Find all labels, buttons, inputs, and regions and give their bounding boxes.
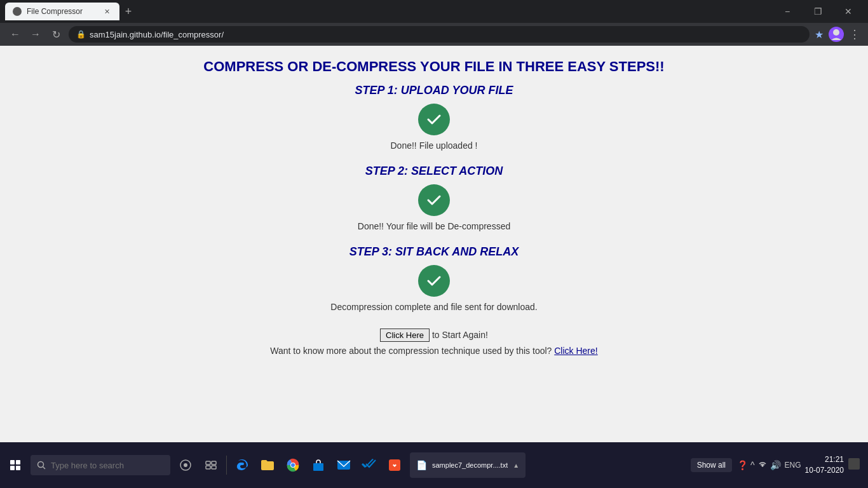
tab-favicon xyxy=(13,7,22,16)
show-all-button[interactable]: Show all xyxy=(691,458,732,472)
step2-checkmark xyxy=(418,184,450,216)
info-link[interactable]: Click Here! xyxy=(554,346,597,356)
bottom-actions: Click Here to Start Again! Want to know … xyxy=(270,329,597,356)
chevron-up-icon[interactable]: ^ xyxy=(750,460,755,470)
start-again-text: to Start Again! xyxy=(430,330,488,340)
info-text: Want to know more about the compression … xyxy=(270,346,552,356)
taskbar-divider xyxy=(226,456,227,475)
git-icon[interactable] xyxy=(382,452,407,478)
info-row: Want to know more about the compression … xyxy=(270,346,597,356)
close-button[interactable]: ✕ xyxy=(834,0,863,23)
search-input[interactable] xyxy=(51,461,159,470)
lock-icon: 🔒 xyxy=(76,30,86,39)
click-here-button[interactable]: Click Here xyxy=(380,329,430,342)
start-again-row: Click Here to Start Again! xyxy=(270,329,597,342)
search-icon xyxy=(37,461,46,470)
reload-button[interactable]: ↻ xyxy=(48,27,64,42)
address-input[interactable]: 🔒 sam15jain.github.io/file_compressor/ xyxy=(69,26,810,43)
taskbar-search[interactable] xyxy=(31,455,170,475)
step1-checkmark xyxy=(418,104,450,135)
mail-icon[interactable] xyxy=(331,452,356,478)
back-button[interactable]: ← xyxy=(8,27,23,42)
main-content: COMPRESS OR DE-COMPRESS YOUR FILE IN THR… xyxy=(0,46,868,442)
volume-icon[interactable]: 🔊 xyxy=(770,460,781,470)
start-button[interactable] xyxy=(3,452,28,478)
step3-checkmark xyxy=(418,265,450,297)
svg-rect-8 xyxy=(212,466,216,469)
tab-bar: File Compressor ✕ + xyxy=(5,0,137,23)
svg-point-11 xyxy=(291,463,295,467)
page-title: COMPRESS OR DE-COMPRESS YOUR FILE IN THR… xyxy=(203,58,664,75)
menu-icon[interactable]: ⋮ xyxy=(849,27,860,41)
svg-rect-5 xyxy=(206,461,210,464)
svg-point-1 xyxy=(38,462,44,468)
maximize-button[interactable]: ❐ xyxy=(803,0,832,23)
step2-title: STEP 2: SELECT ACTION xyxy=(365,165,503,178)
edge-icon[interactable] xyxy=(229,452,255,478)
address-bar: ← → ↻ 🔒 sam15jain.github.io/file_compres… xyxy=(0,23,868,46)
profile-icon[interactable] xyxy=(829,27,844,42)
download-chevron-icon: ▲ xyxy=(513,462,519,469)
language-indicator: ENG xyxy=(785,461,801,470)
svg-line-2 xyxy=(43,467,46,470)
step1-title: STEP 1: UPLOAD YOUR FILE xyxy=(355,84,513,97)
time-display: 21:21 xyxy=(805,454,844,465)
step3-message: Decompression complete and file sent for… xyxy=(330,302,537,312)
system-tray: ❓ ^ 🔊 ENG 21:21 10-07-2020 xyxy=(737,454,860,476)
store-icon[interactable] xyxy=(306,452,331,478)
date-display: 10-07-2020 xyxy=(805,465,844,476)
url-text: sam15jain.github.io/file_compressor/ xyxy=(90,30,224,39)
step1-section: STEP 1: UPLOAD YOUR FILE Done!! File upl… xyxy=(13,84,855,161)
wifi-icon[interactable] xyxy=(757,459,768,471)
step2-section: STEP 2: SELECT ACTION Done!! Your file w… xyxy=(13,165,855,241)
cortana-icon[interactable] xyxy=(173,452,198,478)
taskbar: 📄 samplec7_decompr....txt ▲ Show all ❓ ^… xyxy=(0,442,868,488)
tray-icons: ❓ ^ 🔊 xyxy=(737,459,781,471)
bookmark-icon[interactable]: ★ xyxy=(815,29,824,41)
windows-icon xyxy=(10,460,20,470)
svg-point-4 xyxy=(184,463,187,467)
download-filename: samplec7_decompr....txt xyxy=(432,461,508,469)
download-item[interactable]: 📄 samplec7_decompr....txt ▲ xyxy=(410,452,526,478)
chrome-icon[interactable] xyxy=(280,452,306,478)
file-explorer-icon[interactable] xyxy=(255,452,280,478)
task-view-icon[interactable] xyxy=(198,452,224,478)
taskbar-right: Show all ❓ ^ 🔊 ENG 21:21 10-07-2020 xyxy=(691,454,865,476)
browser-titlebar: File Compressor ✕ + − ❐ ✕ xyxy=(0,0,868,23)
window-controls: − ❐ ✕ xyxy=(773,0,863,23)
minimize-button[interactable]: − xyxy=(773,0,802,23)
tab-title: File Compressor xyxy=(27,7,97,16)
step2-message: Done!! Your file will be De-compressed xyxy=(358,221,510,231)
forward-button[interactable]: → xyxy=(28,27,43,42)
new-tab-button[interactable]: + xyxy=(119,3,137,20)
notification-icon[interactable] xyxy=(848,458,860,473)
step3-section: STEP 3: SIT BACK AND RELAX Decompression… xyxy=(13,245,855,322)
tab-close-button[interactable]: ✕ xyxy=(102,6,112,17)
vscode-icon[interactable] xyxy=(356,452,382,478)
step3-title: STEP 3: SIT BACK AND RELAX xyxy=(349,245,519,259)
step1-message: Done!! File uploaded ! xyxy=(391,140,478,151)
svg-point-0 xyxy=(833,29,839,36)
help-tray-icon[interactable]: ❓ xyxy=(737,460,748,470)
download-file-icon: 📄 xyxy=(416,460,427,470)
svg-rect-15 xyxy=(848,458,860,470)
svg-rect-12 xyxy=(313,463,323,471)
svg-rect-6 xyxy=(212,461,216,464)
clock: 21:21 10-07-2020 xyxy=(805,454,844,476)
active-tab[interactable]: File Compressor ✕ xyxy=(5,3,119,20)
svg-rect-7 xyxy=(206,466,210,469)
